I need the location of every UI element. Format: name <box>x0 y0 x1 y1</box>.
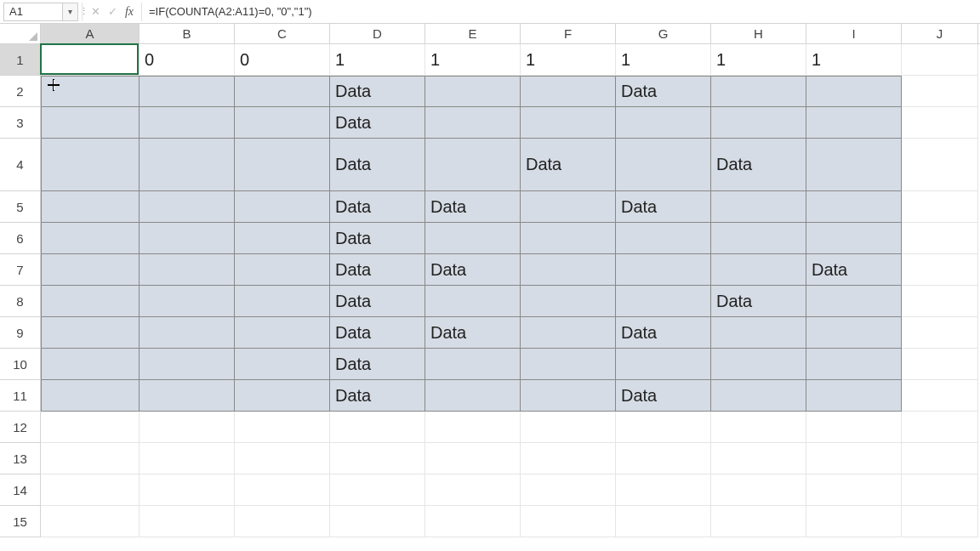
cell-C3[interactable] <box>235 107 330 139</box>
column-header-J[interactable]: J <box>902 24 978 43</box>
cell-G9[interactable]: Data <box>616 317 711 349</box>
cell-D10[interactable]: Data <box>330 349 425 380</box>
cell-D5[interactable]: Data <box>330 191 425 223</box>
cell-I6[interactable] <box>806 223 902 254</box>
cell-A1[interactable]: 0 <box>41 44 140 76</box>
cell-G3[interactable] <box>616 107 711 139</box>
cell-H2[interactable] <box>711 76 806 107</box>
cell-D3[interactable]: Data <box>330 107 425 139</box>
name-box-dropdown[interactable]: ▾ <box>63 3 78 21</box>
cell-J5[interactable] <box>902 191 978 223</box>
cell-B8[interactable] <box>140 286 235 317</box>
cell-J7[interactable] <box>902 254 978 286</box>
cell-B2[interactable] <box>140 76 235 107</box>
row-header-9[interactable]: 9 <box>0 317 41 349</box>
cell-H1[interactable]: 1 <box>711 44 806 76</box>
cell-H13[interactable] <box>711 443 806 474</box>
cell-C11[interactable] <box>235 380 330 412</box>
cell-G7[interactable] <box>616 254 711 286</box>
cell-J1[interactable] <box>902 44 978 76</box>
cell-J14[interactable] <box>902 474 978 506</box>
cell-H15[interactable] <box>711 506 806 537</box>
row-header-3[interactable]: 3 <box>0 107 41 139</box>
cell-B5[interactable] <box>140 191 235 223</box>
cell-F3[interactable] <box>521 107 616 139</box>
cell-H3[interactable] <box>711 107 806 139</box>
row-header-13[interactable]: 13 <box>0 443 41 474</box>
cell-A12[interactable] <box>41 412 140 443</box>
cell-F2[interactable] <box>521 76 616 107</box>
cell-E10[interactable] <box>425 349 521 380</box>
cell-E2[interactable] <box>425 76 521 107</box>
cell-D9[interactable]: Data <box>330 317 425 349</box>
cell-J10[interactable] <box>902 349 978 380</box>
cell-A7[interactable] <box>41 254 140 286</box>
cell-C15[interactable] <box>235 506 330 537</box>
row-header-8[interactable]: 8 <box>0 286 41 317</box>
cell-I7[interactable]: Data <box>806 254 902 286</box>
cell-A9[interactable] <box>41 317 140 349</box>
formula-input[interactable]: =IF(COUNTA(A2:A11)=0, "0","1") <box>141 3 980 21</box>
cell-A14[interactable] <box>41 474 140 506</box>
cell-F7[interactable] <box>521 254 616 286</box>
cell-E15[interactable] <box>425 506 521 537</box>
cell-I8[interactable] <box>806 286 902 317</box>
cell-J15[interactable] <box>902 506 978 537</box>
cell-G8[interactable] <box>616 286 711 317</box>
cell-B14[interactable] <box>140 474 235 506</box>
cell-G12[interactable] <box>616 412 711 443</box>
cell-I1[interactable]: 1 <box>806 44 902 76</box>
cell-B1[interactable]: 0 <box>140 44 235 76</box>
cell-A11[interactable] <box>41 380 140 412</box>
row-header-5[interactable]: 5 <box>0 191 41 223</box>
cell-F13[interactable] <box>521 443 616 474</box>
cell-E3[interactable] <box>425 107 521 139</box>
cell-F9[interactable] <box>521 317 616 349</box>
cell-G5[interactable]: Data <box>616 191 711 223</box>
cell-H7[interactable] <box>711 254 806 286</box>
column-header-D[interactable]: D <box>330 24 425 43</box>
cell-C10[interactable] <box>235 349 330 380</box>
cell-E1[interactable]: 1 <box>425 44 521 76</box>
cell-B6[interactable] <box>140 223 235 254</box>
cell-F11[interactable] <box>521 380 616 412</box>
cell-A10[interactable] <box>41 349 140 380</box>
cell-E6[interactable] <box>425 223 521 254</box>
cell-C6[interactable] <box>235 223 330 254</box>
formula-enter-button[interactable]: ✓ <box>104 3 121 21</box>
cell-C1[interactable]: 0 <box>235 44 330 76</box>
cell-C2[interactable] <box>235 76 330 107</box>
cell-H14[interactable] <box>711 474 806 506</box>
cell-F4[interactable]: Data <box>521 139 616 191</box>
cell-H9[interactable] <box>711 317 806 349</box>
column-header-A[interactable]: A <box>41 24 140 43</box>
cell-F12[interactable] <box>521 412 616 443</box>
cell-C13[interactable] <box>235 443 330 474</box>
cell-A5[interactable] <box>41 191 140 223</box>
cell-G4[interactable] <box>616 139 711 191</box>
cell-D2[interactable]: Data <box>330 76 425 107</box>
cell-G10[interactable] <box>616 349 711 380</box>
cell-H12[interactable] <box>711 412 806 443</box>
row-header-2[interactable]: 2 <box>0 76 41 107</box>
cell-F8[interactable] <box>521 286 616 317</box>
cell-I13[interactable] <box>806 443 902 474</box>
cell-I3[interactable] <box>806 107 902 139</box>
cell-F5[interactable] <box>521 191 616 223</box>
cell-H5[interactable] <box>711 191 806 223</box>
row-header-15[interactable]: 15 <box>0 506 41 537</box>
cell-A4[interactable] <box>41 139 140 191</box>
column-header-I[interactable]: I <box>806 24 902 43</box>
cell-D1[interactable]: 1 <box>330 44 425 76</box>
cell-E11[interactable] <box>425 380 521 412</box>
cell-J8[interactable] <box>902 286 978 317</box>
insert-function-button[interactable]: fx <box>121 3 138 21</box>
formula-cancel-button[interactable]: ✕ <box>87 3 104 21</box>
cell-G1[interactable]: 1 <box>616 44 711 76</box>
cell-D11[interactable]: Data <box>330 380 425 412</box>
cell-J3[interactable] <box>902 107 978 139</box>
cell-D13[interactable] <box>330 443 425 474</box>
cell-H10[interactable] <box>711 349 806 380</box>
cell-G2[interactable]: Data <box>616 76 711 107</box>
cell-A3[interactable] <box>41 107 140 139</box>
